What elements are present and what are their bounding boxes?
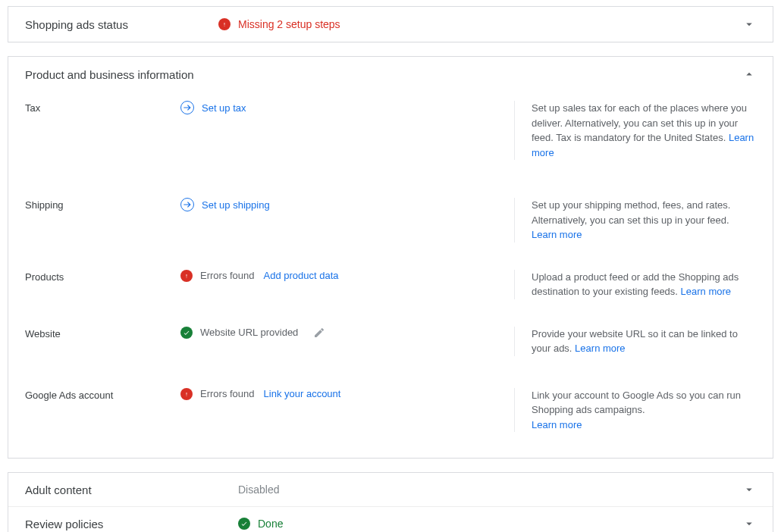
- row-desc: Set up sales tax for each of the places …: [514, 101, 756, 160]
- review-policies-status: Done: [258, 518, 283, 530]
- bottom-card: Adult content Disabled Review policies D…: [8, 472, 773, 532]
- row-website: Website Website URL provided Provide you…: [25, 318, 756, 365]
- chevron-down-icon: [742, 17, 756, 31]
- row-label: Shipping: [25, 198, 180, 211]
- row-google-ads-account: Google Ads account Errors found Link you…: [25, 379, 756, 442]
- status-text: Website URL provided: [200, 327, 298, 338]
- arrow-right-icon: [180, 198, 194, 211]
- row-products: Products Errors found Add product data U…: [25, 261, 756, 308]
- info-rows: Tax Set up tax Set up sales tax for each…: [8, 92, 773, 458]
- shopping-ads-status-header[interactable]: Shopping ads status Missing 2 setup step…: [8, 7, 773, 42]
- chevron-down-icon: [742, 483, 756, 496]
- adult-content-status: Disabled: [238, 483, 279, 496]
- chevron-down-icon: [742, 517, 756, 530]
- adult-content-title: Adult content: [25, 483, 218, 496]
- status-message: Missing 2 setup steps: [238, 18, 340, 30]
- chevron-up-icon: [742, 67, 756, 81]
- product-business-info-title: Product and business information: [25, 68, 742, 81]
- row-shipping: Shipping Set up shipping Set up your shi…: [25, 189, 756, 252]
- add-product-data-link[interactable]: Add product data: [264, 270, 339, 281]
- error-icon: [218, 18, 231, 30]
- row-desc: Provide your website URL so it can be li…: [514, 327, 756, 356]
- learn-more-link[interactable]: Learn more: [532, 419, 582, 430]
- product-business-info-card: Product and business information Tax Set…: [8, 56, 773, 458]
- setup-shipping-link[interactable]: Set up shipping: [202, 199, 270, 211]
- row-desc: Set up your shipping method, fees, and r…: [514, 198, 756, 243]
- row-label: Products: [25, 270, 180, 283]
- shopping-ads-status-title: Shopping ads status: [25, 18, 218, 31]
- learn-more-link[interactable]: Learn more: [681, 286, 731, 297]
- row-label: Tax: [25, 101, 180, 114]
- adult-content-row[interactable]: Adult content Disabled: [8, 473, 773, 506]
- error-icon: [180, 270, 193, 282]
- row-label: Website: [25, 327, 180, 340]
- learn-more-link[interactable]: Learn more: [532, 229, 582, 240]
- edit-icon[interactable]: [313, 327, 325, 339]
- product-business-info-header[interactable]: Product and business information: [8, 57, 773, 92]
- row-desc: Link your account to Google Ads so you c…: [514, 388, 756, 433]
- row-label: Google Ads account: [25, 388, 180, 401]
- link-account-link[interactable]: Link your account: [264, 388, 341, 399]
- check-icon: [180, 327, 193, 339]
- status-text: Errors found: [200, 388, 255, 399]
- row-tax: Tax Set up tax Set up sales tax for each…: [25, 92, 756, 169]
- learn-more-link[interactable]: Learn more: [575, 343, 625, 354]
- error-icon: [180, 388, 193, 400]
- review-policies-row[interactable]: Review policies Done: [8, 506, 773, 532]
- arrow-right-icon: [180, 101, 194, 114]
- shopping-ads-status-card: Shopping ads status Missing 2 setup step…: [8, 6, 773, 42]
- setup-tax-link[interactable]: Set up tax: [202, 102, 246, 114]
- row-desc: Upload a product feed or add the Shoppin…: [514, 270, 756, 299]
- status-text: Errors found: [200, 270, 255, 281]
- review-policies-title: Review policies: [25, 518, 218, 530]
- check-icon: [238, 518, 250, 530]
